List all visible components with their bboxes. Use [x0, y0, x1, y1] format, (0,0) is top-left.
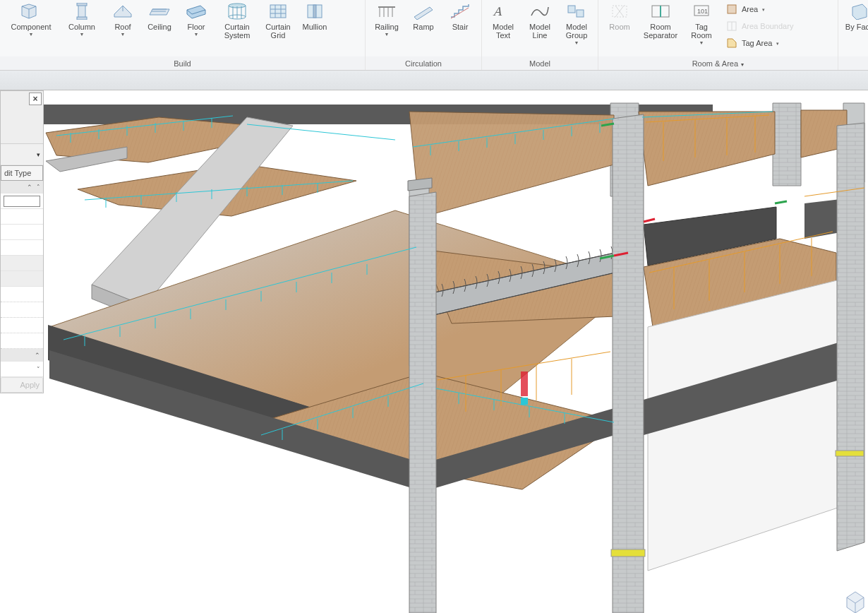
circulation-panel-label: Circulation [366, 56, 481, 70]
model-group-label: Model Group [561, 23, 592, 40]
ribbon-panel-circulation: Railing ▼ Ramp Stair Circulation [366, 0, 482, 70]
ribbon-panel-room-area: Room Room Separator 101 Tag Room ▼ Area … [598, 0, 838, 70]
edit-type-button[interactable]: dit Type [1, 165, 43, 181]
property-input-row[interactable] [1, 194, 43, 209]
tag-area-button[interactable]: Tag Area ▾ [724, 35, 795, 51]
model-line-label: Model Line [524, 23, 555, 40]
model-line-icon [529, 3, 551, 20]
column-label: Column [68, 23, 95, 31]
property-row[interactable] [1, 287, 43, 302]
ramp-icon [412, 3, 435, 20]
ribbon-toolbar: Component ▼ Column ▼ Roof ▼ Ceiling Floo… [0, 0, 868, 71]
property-input[interactable] [4, 196, 40, 207]
column-button[interactable]: Column ▼ [59, 0, 104, 51]
model-text-button[interactable]: A Model Text [485, 0, 522, 51]
room-area-panel-label[interactable]: Room & Area [598, 56, 838, 70]
curtain-system-icon [226, 3, 248, 20]
view-cube[interactable] [847, 592, 864, 613]
room-button: Room [601, 0, 638, 51]
chevron-down-icon: ▾ [762, 7, 765, 13]
property-row[interactable] [1, 256, 43, 271]
curtain-grid-button[interactable]: Curtain Grid [260, 0, 296, 51]
mullion-button[interactable]: Mullion [296, 0, 333, 51]
svg-rect-39 [836, 451, 864, 456]
3d-viewport[interactable] [0, 90, 868, 613]
tag-room-button[interactable]: 101 Tag Room ▼ [683, 0, 720, 51]
room-separator-icon [649, 3, 672, 20]
svg-rect-96 [521, 398, 528, 405]
chevron-up-icon: ⌃ [35, 352, 40, 359]
column-icon [71, 3, 93, 20]
options-bar [0, 71, 868, 90]
svg-rect-0 [78, 4, 85, 18]
curtain-system-button[interactable]: Curtain System [215, 0, 260, 51]
by-face-label: By Face [845, 23, 868, 31]
property-row[interactable] [1, 225, 43, 240]
svg-rect-29 [728, 5, 736, 13]
svg-rect-20 [568, 6, 575, 13]
floor-button[interactable]: Floor ▼ [178, 0, 215, 51]
by-face-button[interactable]: By Face [841, 0, 868, 51]
chevron-down-icon: ▾ [776, 41, 779, 47]
property-row[interactable] [1, 209, 43, 225]
railing-label: Railing [375, 23, 399, 31]
property-row[interactable] [1, 318, 43, 333]
3d-model-view[interactable] [0, 90, 868, 613]
ramp-button[interactable]: Ramp [405, 0, 442, 51]
scroll-up-icon[interactable]: ˄ [37, 184, 40, 191]
property-row[interactable] [1, 240, 43, 256]
chevron-down-icon: ▼ [194, 32, 199, 37]
scroll-down-icon[interactable]: ˅ [37, 366, 40, 373]
stair-icon [449, 3, 471, 20]
svg-rect-2 [77, 17, 87, 20]
model-text-label: Model Text [488, 23, 519, 40]
ramp-label: Ramp [413, 23, 433, 31]
chevron-down-icon: ▼ [121, 32, 126, 37]
chevron-down-icon: ▼ [699, 40, 704, 45]
tag-area-label: Tag Area [742, 39, 772, 47]
svg-rect-1 [77, 3, 87, 6]
svg-line-93 [644, 219, 655, 222]
mullion-icon [303, 3, 326, 20]
mullion-label: Mullion [303, 23, 327, 31]
model-line-button[interactable]: Model Line [522, 0, 558, 51]
svg-rect-13 [313, 5, 316, 18]
property-row[interactable] [1, 302, 43, 318]
svg-rect-21 [577, 10, 584, 17]
by-face-panel-label [838, 56, 868, 70]
chevron-down-icon[interactable]: ▾ [37, 151, 40, 158]
stair-button[interactable]: Stair [442, 0, 478, 51]
ceiling-button[interactable]: Ceiling [141, 0, 178, 51]
ribbon-panel-build: Component ▼ Column ▼ Roof ▼ Ceiling Floo… [0, 0, 366, 70]
chevron-down-icon: ▼ [574, 40, 579, 45]
component-button[interactable]: Component ▼ [3, 0, 59, 51]
by-face-icon [848, 3, 868, 20]
curtain-grid-icon [267, 3, 289, 20]
component-label: Component [11, 23, 52, 31]
roof-button[interactable]: Roof ▼ [104, 0, 141, 51]
model-group-button[interactable]: Model Group ▼ [558, 0, 595, 51]
section-toggle[interactable]: ⌃ [1, 349, 43, 362]
room-separator-button[interactable]: Room Separator [638, 0, 683, 51]
ribbon-panel-model: A Model Text Model Line Model Group ▼ Mo… [482, 0, 598, 70]
railing-button[interactable]: Railing ▼ [368, 0, 405, 51]
build-panel-label: Build [0, 56, 365, 70]
property-row[interactable]: ˅ [1, 362, 43, 377]
curtain-grid-label: Curtain Grid [263, 23, 294, 40]
svg-rect-95 [521, 371, 528, 396]
area-boundary-icon [726, 20, 737, 32]
properties-palette: × ▾ dit Type ⌃ ˄ ⌃ ˅ Apply [0, 90, 44, 393]
area-icon [726, 4, 737, 15]
model-text-icon: A [492, 3, 514, 20]
property-row[interactable] [1, 333, 43, 349]
area-button[interactable]: Area ▾ [724, 1, 795, 17]
apply-button: Apply [1, 377, 43, 393]
floor-icon [185, 3, 207, 20]
property-row[interactable] [1, 271, 43, 287]
area-label: Area [742, 5, 758, 13]
chevron-up-icon: ⌃ [27, 184, 32, 191]
section-toggle[interactable]: ⌃ ˄ [1, 181, 43, 194]
close-icon[interactable]: × [29, 93, 42, 105]
area-boundary-button: Area Boundary [724, 18, 795, 34]
stair-label: Stair [452, 23, 469, 31]
